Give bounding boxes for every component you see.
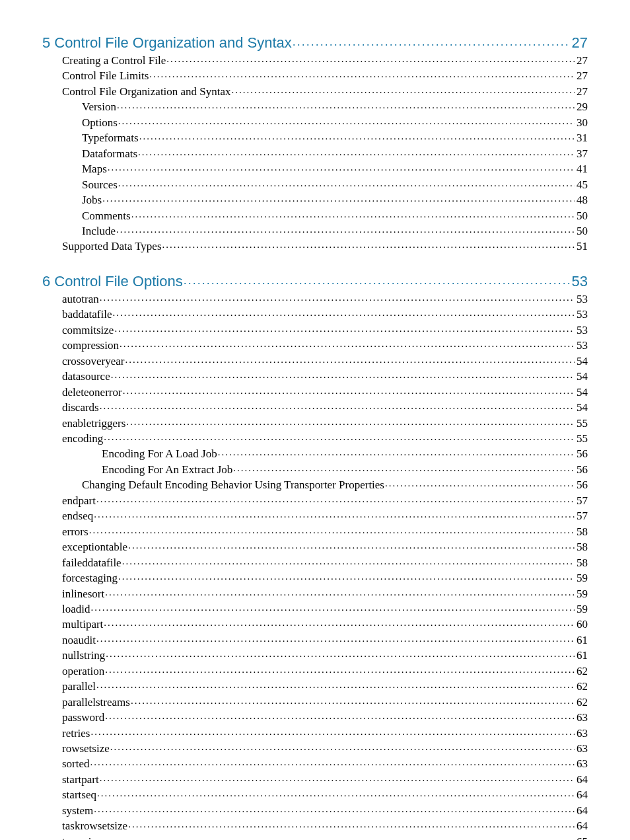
toc-entry[interactable]: loadid59 — [62, 601, 588, 617]
toc-entry[interactable]: exceptiontable58 — [62, 539, 588, 554]
toc-entry[interactable]: encoding55 — [62, 431, 588, 446]
toc-entry[interactable]: Options30 — [82, 115, 588, 130]
toc-entry[interactable]: Jobs48 — [82, 192, 588, 208]
toc-leader — [100, 291, 575, 303]
toc-entry[interactable]: Comments50 — [82, 208, 588, 223]
toc-entry-title: operation — [62, 664, 104, 679]
toc-entry[interactable]: Include50 — [82, 223, 588, 239]
toc-entry[interactable]: teamsize65 — [62, 834, 588, 840]
toc-entry[interactable]: datasource54 — [62, 369, 588, 384]
toc-entry-page: 63 — [575, 741, 588, 756]
toc-entry[interactable]: discards54 — [62, 400, 588, 415]
toc-leader — [89, 524, 575, 535]
toc-leader — [110, 741, 575, 752]
toc-entry[interactable]: commitsize53 — [62, 323, 588, 338]
toc-entry-title: sorted — [62, 756, 90, 771]
toc-chapter[interactable]: 5Control File Organization and Syntax27 — [42, 33, 588, 52]
toc-entry[interactable]: Creating a Control File27 — [62, 53, 588, 68]
toc-entry[interactable]: operation62 — [62, 664, 588, 679]
toc-leader — [131, 208, 575, 219]
toc-entry[interactable]: startseq64 — [62, 787, 588, 802]
toc-entry-title: Maps — [82, 161, 107, 176]
toc-entry[interactable]: Sources45 — [82, 177, 588, 192]
toc-entry[interactable]: parallel62 — [62, 679, 588, 694]
toc-entry[interactable]: Control File Limits27 — [62, 68, 588, 83]
toc-entry[interactable]: Control File Organization and Syntax27 — [62, 84, 588, 99]
toc-leader — [128, 818, 575, 829]
toc-entry[interactable]: forcestaging59 — [62, 570, 588, 586]
toc-entry[interactable]: noaudit61 — [62, 632, 588, 648]
toc-entry[interactable]: autotran53 — [62, 291, 588, 307]
toc-entry-title: Control File Organization and Syntax — [62, 84, 231, 99]
toc-entry-page: 64 — [575, 772, 588, 787]
toc-entry[interactable]: deleteonerror54 — [62, 385, 588, 400]
toc-leader — [138, 146, 575, 157]
toc-entry-page: 54 — [575, 354, 588, 369]
toc-entry[interactable]: Version29 — [82, 99, 588, 114]
toc-entry-page: 55 — [575, 416, 588, 431]
toc-entry[interactable]: baddatafile53 — [62, 307, 588, 322]
toc-chapter[interactable]: 6Control File Options53 — [42, 272, 588, 290]
toc-entry[interactable]: password63 — [62, 710, 588, 725]
toc-entry-title: deleteonerror — [62, 385, 122, 400]
toc-entry[interactable]: retries63 — [62, 726, 588, 741]
toc-leader — [120, 338, 575, 349]
toc-leader — [118, 177, 575, 188]
toc-entry[interactable]: taskrowsetsize64 — [62, 818, 588, 833]
toc-leader — [97, 787, 575, 798]
toc-entry[interactable]: inlinesort59 — [62, 586, 588, 601]
toc-entry-page: 64 — [575, 818, 588, 833]
toc-entry[interactable]: Maps41 — [82, 161, 588, 176]
toc-leader — [108, 161, 575, 172]
toc-leader — [128, 539, 575, 551]
toc-entry-page: 31 — [575, 130, 588, 145]
toc-entry-page: 61 — [575, 632, 588, 648]
toc-entry-page: 54 — [575, 385, 588, 400]
toc-entry-title: compression — [62, 338, 119, 353]
toc-leader — [100, 400, 575, 411]
toc-entry-title: Encoding For An Extract Job — [102, 462, 232, 477]
toc-leader — [94, 508, 575, 519]
toc-entry-page: 41 — [575, 161, 588, 176]
toc-entry[interactable]: sorted63 — [62, 756, 588, 771]
toc-entry-page: 62 — [575, 695, 588, 710]
toc-entry[interactable]: compression53 — [62, 338, 588, 353]
toc-entry-title: rowsetsize — [62, 741, 110, 756]
toc-entry[interactable]: Changing Default Encoding Behavior Using… — [82, 477, 588, 492]
toc-entry[interactable]: Supported Data Types51 — [62, 239, 588, 254]
toc-entry[interactable]: crossoveryear54 — [62, 354, 588, 369]
toc-entry-title: startseq — [62, 787, 96, 802]
toc-leader — [90, 756, 575, 767]
toc-entry-page: 59 — [575, 570, 588, 586]
toc-entry[interactable]: enabletriggers55 — [62, 416, 588, 431]
toc-entry[interactable]: rowsetsize63 — [62, 741, 588, 756]
toc-entry-title: faileddatafile — [62, 555, 122, 570]
toc-entry-page: 51 — [575, 239, 588, 254]
toc-entry[interactable]: Encoding For A Load Job56 — [102, 446, 588, 461]
toc-entry[interactable]: Typeformats31 — [82, 130, 588, 145]
toc-leader — [96, 679, 575, 690]
toc-entry-title: nullstring — [62, 648, 105, 663]
toc-entry[interactable]: nullstring61 — [62, 648, 588, 663]
toc-entry[interactable]: endpart57 — [62, 493, 588, 508]
toc-leader — [117, 99, 575, 110]
toc-entry[interactable]: endseq57 — [62, 508, 588, 523]
toc-leader — [385, 477, 575, 488]
toc-entry[interactable]: Encoding For An Extract Job56 — [102, 462, 588, 477]
toc-entry[interactable]: startpart64 — [62, 772, 588, 787]
toc-leader — [122, 555, 575, 566]
toc-entry-title: Supported Data Types — [62, 239, 162, 254]
toc-entry[interactable]: faileddatafile58 — [62, 555, 588, 570]
toc-chapter-title: Control File Organization and Syntax — [54, 34, 292, 52]
toc-entry[interactable]: Dataformats37 — [82, 146, 588, 161]
toc-entry-title: teamsize — [62, 834, 101, 840]
toc-leader — [90, 726, 575, 737]
toc-entry-title: Jobs — [82, 192, 102, 208]
toc-entry[interactable]: errors58 — [62, 524, 588, 539]
toc-chapter-page: 27 — [571, 34, 588, 52]
toc-entry[interactable]: multipart60 — [62, 617, 588, 632]
toc-entry[interactable]: parallelstreams62 — [62, 695, 588, 710]
toc-entry[interactable]: system64 — [62, 803, 588, 818]
toc-entry-title: discards — [62, 400, 99, 415]
toc-leader — [162, 239, 575, 250]
